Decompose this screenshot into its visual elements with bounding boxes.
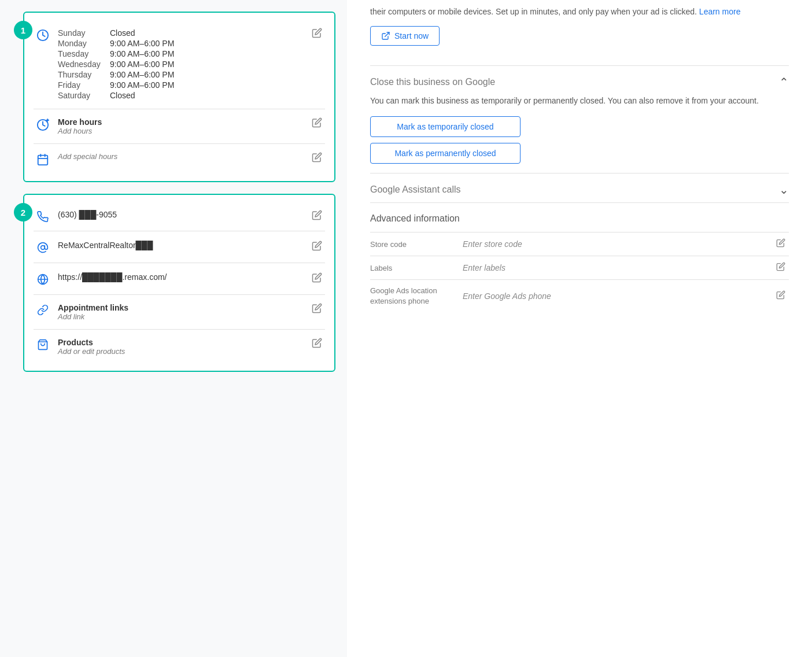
close-description: You can mark this business as temporaril… <box>370 95 789 107</box>
hours-day: Thursday <box>58 69 110 80</box>
products-row: Products Add or edit products <box>34 332 325 361</box>
link-icon <box>34 303 52 316</box>
store-code-edit-button[interactable] <box>773 238 789 250</box>
hours-time: 9:00 AM–6:00 PM <box>110 59 309 69</box>
email-value: ReMaxCentralRealtor███ <box>58 241 153 250</box>
ads-phone-label: Google Ads location extensions phone <box>370 286 463 307</box>
hours-row: Friday9:00 AM–6:00 PM <box>58 80 309 90</box>
appointment-label: Appointment links <box>58 303 309 312</box>
svg-point-8 <box>41 246 45 250</box>
email-edit-button[interactable] <box>309 241 325 251</box>
hours-row: Tuesday9:00 AM–6:00 PM <box>58 49 309 59</box>
divider-5 <box>34 294 325 295</box>
assistant-calls-title: Google Assistant calls <box>370 184 461 195</box>
products-edit-button[interactable] <box>309 338 325 348</box>
hours-table: SundayClosedMonday9:00 AM–6:00 PMTuesday… <box>58 28 309 101</box>
divider-after-assistant <box>370 202 789 203</box>
svg-line-12 <box>385 32 389 36</box>
hours-row: SaturdayClosed <box>58 90 309 101</box>
close-business-header: Close this business on Google ⌃ <box>370 75 789 89</box>
hours-section: 1 SundayClosedMonday9:00 AM–6:00 PMTuesd… <box>23 12 335 182</box>
special-hours-edit-button[interactable] <box>309 152 325 163</box>
external-link-icon <box>381 31 390 40</box>
website-content: https://███████.remax.com/ <box>58 272 309 282</box>
calendar-icon <box>34 152 52 166</box>
step-badge-1: 1 <box>14 21 32 39</box>
hours-day: Friday <box>58 80 110 90</box>
hours-day: Wednesday <box>58 59 110 69</box>
left-panel: 1 SundayClosedMonday9:00 AM–6:00 PMTuesd… <box>0 0 347 657</box>
divider-4 <box>34 263 325 263</box>
mark-temp-closed-button[interactable]: Mark as temporarily closed <box>370 116 521 137</box>
hours-time: 9:00 AM–6:00 PM <box>110 49 309 59</box>
hours-time: 9:00 AM–6:00 PM <box>110 80 309 90</box>
hours-day: Tuesday <box>58 49 110 59</box>
store-code-label: Store code <box>370 240 463 249</box>
clock-icon <box>34 28 52 42</box>
more-hours-icon <box>34 117 52 131</box>
phone-edit-button[interactable] <box>309 210 325 220</box>
labels-edit-button[interactable] <box>773 262 789 274</box>
hours-time: Closed <box>110 90 309 101</box>
start-now-label: Start now <box>394 31 429 40</box>
divider-1 <box>34 109 325 109</box>
start-now-button[interactable]: Start now <box>370 26 440 46</box>
labels-value: Enter labels <box>463 263 773 272</box>
divider-3 <box>34 231 325 231</box>
ad-description: their computers or mobile devices. Set u… <box>370 0 789 18</box>
hours-day: Sunday <box>58 28 110 38</box>
divider-after-close <box>370 173 789 174</box>
chevron-up-icon[interactable]: ⌃ <box>779 75 789 89</box>
special-hours-content: Add special hours <box>58 152 309 161</box>
close-section-title: Close this business on Google <box>370 77 495 87</box>
email-icon <box>34 241 52 253</box>
hours-row: SundayClosed <box>58 28 309 38</box>
appointment-content: Appointment links Add link <box>58 303 309 321</box>
right-panel: their computers or mobile devices. Set u… <box>347 0 812 657</box>
hours-edit-button[interactable] <box>309 28 325 38</box>
appointment-sub: Add link <box>58 312 309 321</box>
phone-icon <box>34 210 52 223</box>
products-content: Products Add or edit products <box>58 338 309 356</box>
website-row: https://███████.remax.com/ <box>34 265 325 292</box>
email-row: ReMaxCentralRealtor███ <box>34 234 325 260</box>
email-content: ReMaxCentralRealtor███ <box>58 241 309 250</box>
mark-perm-closed-button[interactable]: Mark as permanently closed <box>370 143 521 164</box>
hours-row: Wednesday9:00 AM–6:00 PM <box>58 59 309 69</box>
labels-label: Labels <box>370 264 463 272</box>
chevron-down-icon[interactable]: ⌄ <box>779 183 789 197</box>
products-label: Products <box>58 338 309 347</box>
hours-day: Monday <box>58 38 110 49</box>
appointment-row: Appointment links Add link <box>34 297 325 327</box>
phone-value: (630) ███-9055 <box>58 210 117 219</box>
more-hours-label: More hours <box>58 117 309 127</box>
hours-row: Thursday9:00 AM–6:00 PM <box>58 69 309 80</box>
phone-row: (630) ███-9055 <box>34 204 325 228</box>
globe-icon <box>34 272 52 285</box>
special-hours-row: Add special hours <box>34 146 325 172</box>
more-hours-row: More hours Add hours <box>34 112 325 141</box>
website-edit-button[interactable] <box>309 272 325 283</box>
appointment-edit-button[interactable] <box>309 303 325 313</box>
advanced-section: Advanced information Store code Enter st… <box>370 213 789 312</box>
ads-phone-edit-button[interactable] <box>773 290 789 302</box>
hours-time: Closed <box>110 28 309 38</box>
more-hours-edit-button[interactable] <box>309 117 325 128</box>
divider-6 <box>34 329 325 330</box>
regular-hours-row: SundayClosedMonday9:00 AM–6:00 PMTuesday… <box>34 22 325 106</box>
learn-more-link[interactable]: Learn more <box>699 7 741 16</box>
more-hours-sub: Add hours <box>58 127 309 135</box>
phone-content: (630) ███-9055 <box>58 210 309 219</box>
hours-table-container: SundayClosedMonday9:00 AM–6:00 PMTuesday… <box>58 28 309 101</box>
more-hours-content: More hours Add hours <box>58 117 309 135</box>
hours-row: Monday9:00 AM–6:00 PM <box>58 38 309 49</box>
website-value: https://███████.remax.com/ <box>58 272 167 282</box>
assistant-calls-header: Google Assistant calls ⌄ <box>370 183 789 197</box>
svg-rect-4 <box>38 156 48 165</box>
products-sub: Add or edit products <box>58 347 309 356</box>
store-code-value: Enter store code <box>463 239 773 249</box>
contact-section: 2 (630) ███-9055 <box>23 194 335 372</box>
hours-time: 9:00 AM–6:00 PM <box>110 69 309 80</box>
advanced-title: Advanced information <box>370 213 789 224</box>
special-hours-label: Add special hours <box>58 152 309 161</box>
